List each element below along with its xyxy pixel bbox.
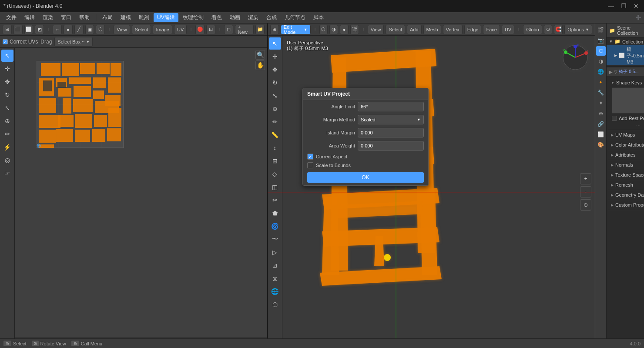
vp-poly-build-tool[interactable]: ⬡ [269,298,281,311]
viewport-shading4[interactable]: 🎬 [350,25,359,34]
angle-limit-input[interactable]: 66° [358,102,424,111]
vp-knife-tool[interactable]: ✂ [269,194,281,206]
uv-select-tool[interactable]: ↖ [1,50,13,62]
menu-modeling[interactable]: 建模 [117,13,134,22]
vp-vertex-slide-tool[interactable]: ▷ [269,246,281,258]
props-particles-icon[interactable]: ✦ [596,98,606,108]
area-weight-input[interactable]: 0.000 [358,141,424,151]
vp-cursor-tool[interactable]: ✛ [269,50,281,63]
props-render-icon[interactable]: 📷 [596,36,606,45]
props-object-icon[interactable]: 🔸 [596,77,606,87]
zoom-out-btn[interactable]: 🔍 [255,50,265,60]
texture-space-header[interactable]: ▶ Texture Space ⋯ [608,171,644,179]
menu-scripting[interactable]: 脚本 [310,13,327,22]
face-btn[interactable]: Face [483,25,500,34]
viewport-shading2[interactable]: ◑ [329,25,338,34]
vp-zoom-out-btn[interactable]: - [580,186,591,197]
select-box-dropdown[interactable]: Select Box ~ ▼ [54,37,93,47]
normals-header[interactable]: ▶ Normals ⋯ [608,161,644,169]
geometry-data-header[interactable]: ▶ Geometry Data ⋯ [608,191,644,199]
uv-annotate-tool[interactable]: ✏ [1,128,13,140]
props-content-area[interactable]: ▼ Shape Keys ⋯ + − ▼ [607,76,644,348]
options-btn[interactable]: Options ▼ [564,25,592,34]
menu-layout[interactable]: 布局 [99,13,116,22]
viewport-shading1[interactable]: ⬡ [319,25,328,34]
vp-loop-cut-tool[interactable]: ◫ [269,181,281,193]
props-scene-icon[interactable]: 🎬 [596,25,606,35]
select-btn[interactable]: Select [386,25,405,34]
mesh-btn[interactable]: Mesh [423,25,441,34]
uv-tool3[interactable]: ◩ [35,25,44,34]
uv-edge-mode[interactable]: ╱ [74,25,84,34]
vp-select-tool[interactable]: ↖ [269,37,281,50]
menu-render2[interactable]: 渲染 [245,13,262,22]
props-physics-icon[interactable]: ⊛ [596,109,606,118]
collection-item[interactable]: ▼ 📁 Collection 👁 ↖ 📷 [607,38,644,45]
vp-spin-tool[interactable]: 🌀 [269,220,281,232]
uv-pinch-tool[interactable]: ◎ [1,154,13,166]
uv-transform-tool[interactable]: ⊕ [1,115,13,127]
uv-vert-mode[interactable]: ● [64,25,73,34]
margin-method-dropdown[interactable]: Scaled ▼ [358,115,424,124]
props-data-icon[interactable]: ⬜ [596,130,606,139]
vp-move-tool[interactable]: ✥ [269,64,281,76]
uv-maps-header[interactable]: ▶ UV Maps ⋯ [608,131,644,139]
menu-edit[interactable]: 编辑 [21,13,38,22]
edit-mode-btn[interactable]: Edit Mode ▼ [281,25,311,34]
scale-to-bounds-checkbox[interactable] [307,162,313,168]
ok-button[interactable]: OK [307,172,424,183]
snapping-toggle[interactable]: 🧲 [554,25,563,34]
transform-pivot[interactable]: ⊙ [544,25,553,34]
global-btn[interactable]: Globo [523,25,542,34]
color-attributes-header[interactable]: ▶ Color Attributes ⋯ [608,141,644,149]
view-btn[interactable]: View [368,25,384,34]
edge-btn[interactable]: Edge [464,25,482,34]
vp-inset-tool[interactable]: ⊞ [269,155,281,167]
vp-scale-tool[interactable]: ⤡ [269,90,281,102]
vp-transform-tool[interactable]: ⊕ [269,103,281,115]
shape-keys-header[interactable]: ▼ Shape Keys ⋯ [608,79,644,87]
vp-sphere-project-tool[interactable]: 🌐 [269,285,281,298]
island-margin-input[interactable]: 0.000 [358,128,424,137]
vp-rotate-tool[interactable]: ↻ [269,77,281,89]
viewport-mode-icon[interactable]: ⊞ [270,25,279,34]
menu-uv[interactable]: UV编辑 [154,13,178,22]
window-controls[interactable]: — ❐ ✕ [606,3,641,10]
viewport-canvas[interactable]: ↖ ✛ ✥ ↻ ⤡ ⊕ ✏ 📏 ↕ ⊞ ◇ ◫ ✂ ⬟ 🌀 〜 ▷ ⊿ ⧖ 🌐 [268,36,595,348]
menu-compositing[interactable]: 合成 [263,13,280,22]
uv-viewport[interactable]: ↖ ✛ ✥ ↻ ⤡ ⊕ ✏ ⚡ ◎ ☞ [0,48,267,348]
menu-geometry-nodes[interactable]: 几何节点 [281,13,309,22]
close-btn[interactable]: ✕ [632,3,641,10]
vp-polyline-tool[interactable]: ⬟ [269,207,281,219]
uv-cursor-tool[interactable]: ✛ [1,63,13,75]
uv-select-btn[interactable]: Select [132,25,151,34]
correct-uvs-checkbox[interactable]: ✓ [3,39,8,44]
props-output-icon[interactable]: ⬡ [596,46,606,56]
vp-shear-tool[interactable]: ⧖ [269,272,281,284]
viewport-shading3[interactable]: ● [340,25,349,34]
props-modifier-icon[interactable]: 🔧 [596,88,606,97]
uv-uv-btn[interactable]: UV [174,25,187,34]
uv-tool2[interactable]: ⬜ [24,25,34,34]
props-view-layer-icon[interactable]: ◑ [596,57,606,66]
vp-smooth-tool[interactable]: 〜 [269,233,281,245]
custom-properties-header[interactable]: ▶ Custom Properties ⋯ [608,201,644,209]
menu-sculpt[interactable]: 雕刻 [135,13,153,22]
vp-frame-all-btn[interactable]: ⊙ [580,199,591,211]
uv-rip-tool[interactable]: ⚡ [1,141,13,153]
correct-aspect-checkbox[interactable]: ✓ [307,154,313,160]
uv-view-btn[interactable]: View [114,25,130,34]
add-rest-checkbox[interactable] [612,116,617,121]
uv-island-mode[interactable]: ⬡ [96,25,105,34]
uv-stitch-icon[interactable]: ⊡ [206,25,215,34]
vp-bevel-tool[interactable]: ◇ [269,168,281,180]
menu-render[interactable]: 渲染 [39,13,57,22]
uv-move-tool[interactable]: ✥ [1,76,13,88]
uv-img-zoom-out[interactable]: ◻ [224,25,233,34]
uv-menu-btn[interactable]: UV [502,25,514,34]
menu-window[interactable]: 窗口 [57,13,75,22]
vp-annotate-tool[interactable]: ✏ [269,116,281,128]
vp-zoom-in-btn[interactable]: + [580,173,591,184]
uv-image-btn[interactable]: Image [153,25,172,34]
menu-file[interactable]: 文件 [3,13,20,22]
